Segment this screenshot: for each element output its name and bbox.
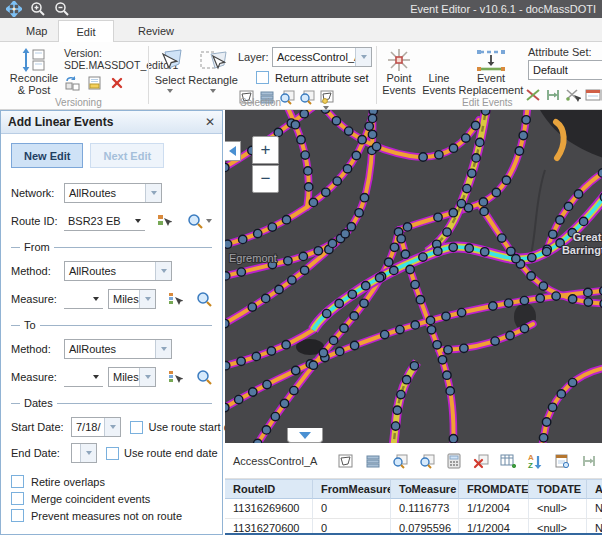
cell-tomeasure[interactable]: 0.1116773 [391, 499, 459, 519]
cell-todate[interactable]: <null> [529, 519, 587, 535]
return-attribute-checkbox[interactable] [256, 71, 269, 84]
merge-coincident-checkbox[interactable] [11, 492, 24, 505]
cell-routeid[interactable]: 11316269600 [225, 499, 313, 519]
cell-ac[interactable]: N [587, 499, 602, 519]
to-method-combobox[interactable]: AllRoutes [64, 339, 172, 359]
to-units-dropdown-button[interactable] [139, 368, 155, 386]
table-pan-to-icon[interactable] [419, 453, 435, 469]
table-measure-icon[interactable] [581, 453, 597, 469]
delete-version-icon[interactable] [108, 74, 125, 91]
select-tool-button[interactable]: Select [150, 48, 190, 93]
cell-frommeasure[interactable]: 0 [313, 499, 391, 519]
reconcile-post-button[interactable]: Reconcile & Post [6, 48, 62, 96]
zoom-out-icon[interactable] [54, 1, 70, 17]
table-sort-icon[interactable]: AZ [527, 453, 543, 469]
from-zoom-icon[interactable] [196, 291, 212, 307]
to-zoom-icon[interactable] [196, 369, 212, 385]
from-units-dropdown-button[interactable] [139, 290, 155, 308]
cell-fromdate[interactable]: 1/1/2004 [459, 519, 529, 535]
from-units-combobox[interactable]: Miles [108, 289, 156, 309]
zoom-to-route-button[interactable] [187, 213, 212, 229]
pan-to-selection-icon[interactable] [298, 88, 315, 105]
cell-routeid[interactable]: 11316270600 [225, 519, 313, 535]
snap-event-icon[interactable] [564, 86, 581, 103]
cell-todate[interactable]: <null> [529, 499, 587, 519]
zoom-in-icon[interactable] [30, 1, 46, 17]
col-ac[interactable]: AC [587, 479, 602, 499]
table-rows-icon[interactable] [365, 453, 381, 469]
event-replacement-button[interactable]: Event Replacement [458, 48, 524, 96]
map-canvas[interactable]: Egremont Great Barrington [225, 110, 602, 443]
attribute-set-combobox[interactable]: Default [528, 60, 602, 80]
table-calculator-icon[interactable] [446, 453, 462, 469]
table-select-icon[interactable] [338, 453, 354, 469]
select-route-on-map-icon[interactable] [156, 213, 172, 229]
cell-ac[interactable]: N [587, 519, 602, 535]
table-row[interactable]: 11316270600 0 0.0795596 1/1/2004 <null> … [225, 519, 602, 535]
to-units-value: Miles [109, 371, 139, 383]
from-units-value: Miles [109, 293, 139, 305]
col-routeid[interactable]: RouteID [225, 479, 313, 499]
attribute-window-icon[interactable] [584, 86, 601, 103]
line-events-button[interactable]: Line Events [420, 48, 458, 96]
retire-overlaps-checkbox[interactable] [11, 475, 24, 488]
end-date-dropdown-button[interactable] [80, 444, 96, 462]
route-id-combobox[interactable]: BSR23 EB [64, 211, 145, 231]
next-edit-button[interactable]: Next Edit [90, 143, 164, 168]
rectangle-caret-icon[interactable] [210, 89, 216, 93]
col-fromdate[interactable]: FROMDATE [459, 479, 529, 499]
map-viewport[interactable]: Egremont Great Barrington + − [225, 110, 602, 443]
to-method-dropdown-button[interactable] [155, 340, 171, 358]
use-route-end-checkbox[interactable] [106, 447, 119, 460]
col-tomeasure[interactable]: ToMeasure [391, 479, 459, 499]
select-caret-icon[interactable] [167, 89, 173, 93]
switch-version-icon[interactable] [64, 74, 81, 91]
tab-review[interactable]: Review [120, 20, 192, 42]
cell-fromdate[interactable]: 1/1/2004 [459, 499, 529, 519]
end-date-combobox[interactable] [71, 443, 97, 463]
from-measure-combobox[interactable] [64, 289, 103, 309]
measure-event-icon[interactable] [544, 86, 561, 103]
table-identify-icon[interactable] [554, 453, 570, 469]
versioning-group-label: Versioning [55, 97, 102, 108]
table-clear-selection-icon[interactable] [473, 453, 489, 469]
from-method-dropdown-button[interactable] [155, 262, 171, 280]
prevent-measures-checkbox[interactable] [11, 509, 24, 522]
rectangle-tool-button[interactable]: Rectangle [190, 48, 236, 93]
collapse-table-button[interactable] [287, 428, 323, 443]
clear-selection-icon[interactable] [318, 88, 335, 105]
route-id-caret-icon[interactable] [131, 219, 145, 223]
point-events-button[interactable]: Point Events [380, 48, 418, 96]
cell-tomeasure[interactable]: 0.0795596 [391, 519, 459, 535]
map-zoom-out-button[interactable]: − [252, 165, 279, 193]
start-date-dropdown-button[interactable] [104, 418, 120, 436]
split-event-icon[interactable] [524, 86, 541, 103]
panel-close-icon[interactable]: ✕ [205, 115, 215, 129]
table-row[interactable]: 11316269600 0 0.1116773 1/1/2004 <null> … [225, 499, 602, 519]
start-date-combobox[interactable]: 7/18/ [71, 417, 121, 437]
to-measure-caret-icon[interactable] [89, 375, 103, 379]
new-edit-button[interactable]: New Edit [11, 143, 83, 168]
map-zoom-in-button[interactable]: + [252, 136, 279, 164]
new-version-icon[interactable] [86, 74, 103, 91]
to-measure-combobox[interactable] [64, 367, 103, 387]
from-method-combobox[interactable]: AllRoutes [64, 261, 172, 281]
to-units-combobox[interactable]: Miles [108, 367, 156, 387]
tab-map[interactable]: Map [8, 20, 65, 42]
tab-edit[interactable]: Edit [58, 20, 114, 43]
use-route-start-checkbox[interactable] [130, 421, 143, 434]
layer-combobox[interactable]: AccessControl_A [272, 47, 372, 67]
table-zoom-to-icon[interactable] [392, 453, 408, 469]
col-frommeasure[interactable]: FromMeasure [313, 479, 391, 499]
table-add-rows-icon[interactable] [500, 453, 516, 469]
layer-dropdown-button[interactable] [355, 48, 371, 66]
network-dropdown-button[interactable] [145, 184, 161, 202]
network-combobox[interactable]: AllRoutes [64, 183, 162, 203]
to-measure-pick-icon[interactable] [167, 369, 183, 385]
cell-frommeasure[interactable]: 0 [313, 519, 391, 535]
pan-icon[interactable] [6, 1, 22, 17]
from-measure-pick-icon[interactable] [167, 291, 183, 307]
col-todate[interactable]: TODATE [529, 479, 587, 499]
from-measure-caret-icon[interactable] [89, 297, 103, 301]
collapse-panel-left-button[interactable] [225, 141, 241, 161]
